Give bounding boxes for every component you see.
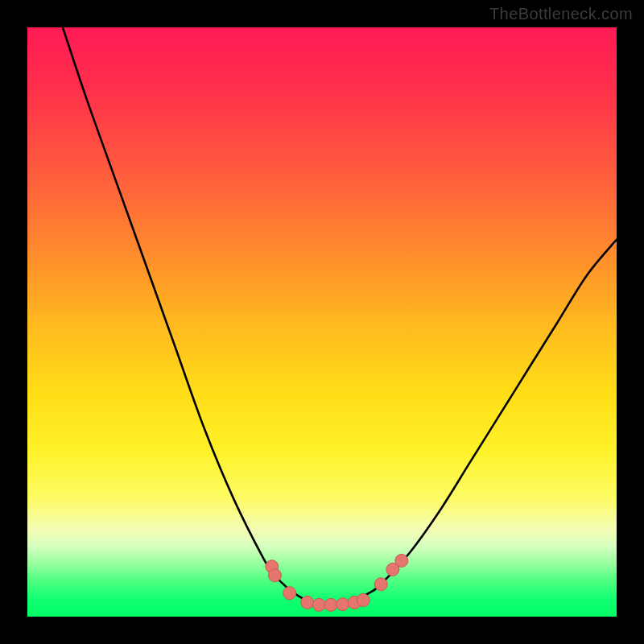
bottleneck-curve-svg — [27, 27, 617, 617]
curve-marker — [336, 598, 349, 611]
curve-marker — [301, 596, 314, 609]
curve-marker — [283, 587, 296, 600]
curve-marker — [395, 554, 408, 567]
curve-marker — [268, 569, 281, 582]
watermark-text: TheBottleneck.com — [489, 5, 633, 23]
bottleneck-curve-path — [63, 27, 617, 605]
curve-markers — [266, 554, 408, 611]
curve-marker — [312, 598, 325, 611]
plot-area — [27, 27, 617, 617]
chart-frame: TheBottleneck.com — [0, 0, 644, 644]
curve-marker — [357, 594, 369, 607]
curve-marker — [324, 598, 337, 611]
curve-marker — [374, 578, 387, 591]
